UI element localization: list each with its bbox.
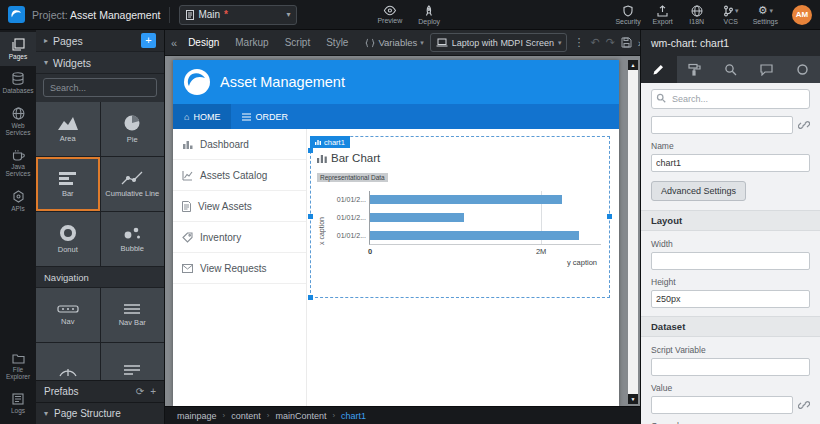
variables-dropdown[interactable]: Variables ▾: [365, 37, 423, 48]
rail-item-databases[interactable]: Databases: [0, 66, 36, 100]
rail-item-apis[interactable]: APIs: [0, 184, 36, 218]
save-button[interactable]: [621, 37, 632, 48]
add-prefab-icon[interactable]: +: [150, 386, 156, 397]
height-input[interactable]: [651, 290, 810, 308]
page-selector-dropdown[interactable]: Main * ▾: [179, 5, 297, 25]
tab-find[interactable]: [713, 56, 749, 83]
scroll-down-button[interactable]: ▼: [628, 394, 638, 404]
widget-tile-partial-right[interactable]: [101, 343, 165, 380]
menu-item-view-requests[interactable]: View Requests: [173, 253, 306, 284]
resize-handle[interactable]: [308, 148, 313, 153]
tab-security[interactable]: [784, 56, 820, 83]
value-input[interactable]: [651, 396, 793, 414]
rail-item-logs[interactable]: Logs: [0, 387, 36, 420]
menu-item-view-assets[interactable]: View Assets: [173, 191, 306, 222]
undo-button[interactable]: ↶: [590, 36, 599, 49]
deploy-label: Deploy: [418, 18, 440, 25]
security-button[interactable]: Security: [615, 4, 640, 25]
settings-button[interactable]: ⚙▾ Settings: [753, 4, 778, 25]
project-title: Project: Asset Management: [32, 9, 160, 21]
resize-handle[interactable]: [607, 214, 612, 219]
app-navbar: ⌂ HOME ORDER: [173, 104, 619, 129]
widgets-section-header[interactable]: ▾ Widgets: [36, 52, 164, 74]
link-icon[interactable]: [798, 119, 810, 131]
name-input[interactable]: [651, 154, 810, 172]
breadcrumb-item[interactable]: mainpage: [177, 411, 217, 421]
pages-icon: [12, 38, 25, 51]
refresh-icon[interactable]: ⟳: [136, 386, 144, 397]
selected-chart-widget[interactable]: chart1 Bar Chart Repres: [310, 136, 610, 298]
project-name: Asset Management: [70, 9, 160, 21]
ring-icon: [796, 63, 809, 76]
redo-button[interactable]: ↷: [606, 36, 615, 49]
menu-item-assets-catalog[interactable]: Assets Catalog: [173, 160, 306, 191]
properties-panel: wm-chart: chart1: [640, 30, 820, 424]
tab-design[interactable]: Design: [183, 37, 224, 48]
add-page-button[interactable]: +: [141, 33, 156, 48]
widget-tile-nav-bar[interactable]: Nav Bar: [101, 288, 165, 342]
tab-style[interactable]: Style: [321, 37, 353, 48]
property-search-input[interactable]: [651, 89, 810, 109]
chart-widgets-grid: Area Pie Bar Cumulative Line Donut: [36, 102, 164, 266]
prefabs-section-header[interactable]: Prefabs ⟳ +: [36, 380, 164, 402]
chevron-down-icon: ▾: [558, 39, 562, 47]
preview-button[interactable]: Preview: [377, 5, 402, 25]
menu-item-dashboard[interactable]: Dashboard: [173, 129, 306, 160]
resize-handle[interactable]: [308, 214, 313, 219]
advanced-settings-button[interactable]: Advanced Settings: [651, 181, 746, 201]
bind-expression-input[interactable]: [651, 116, 793, 134]
tab-markup[interactable]: Markup: [230, 37, 273, 48]
app-nav-order[interactable]: ORDER: [231, 104, 299, 129]
widget-tile-bubble[interactable]: Bubble: [101, 212, 165, 266]
unsaved-indicator: *: [224, 9, 228, 20]
app-nav-home[interactable]: ⌂ HOME: [173, 104, 231, 129]
folder-icon: [12, 353, 25, 364]
user-avatar[interactable]: AM: [792, 5, 812, 25]
canvas-scrollbar[interactable]: ▲ ▼: [628, 60, 638, 404]
link-icon[interactable]: [798, 399, 810, 411]
widget-search-input[interactable]: [43, 78, 157, 97]
chart-bar: [370, 213, 464, 222]
vcs-button[interactable]: ▾ VCS: [719, 4, 743, 25]
widgets-panel: ▸ Pages + ▾ Widgets Area Pie Bar: [36, 30, 165, 424]
widget-tile-partial-left[interactable]: [36, 343, 100, 380]
tab-script[interactable]: Script: [280, 37, 316, 48]
rail-item-file-explorer[interactable]: File Explorer: [0, 347, 36, 387]
rail-item-java-services[interactable]: Java Services: [0, 143, 36, 184]
collapse-left-panel-button[interactable]: «: [171, 37, 177, 49]
widget-tile-pie[interactable]: Pie: [101, 102, 165, 156]
deploy-button[interactable]: Deploy: [418, 5, 440, 25]
scroll-up-button[interactable]: ▲: [628, 60, 638, 70]
tab-styles[interactable]: [677, 56, 713, 83]
i18n-button[interactable]: I18N: [685, 4, 709, 25]
resize-handle[interactable]: [308, 295, 313, 300]
width-input[interactable]: [651, 252, 810, 270]
rail-item-pages[interactable]: Pages: [0, 32, 36, 66]
widget-tile-cumulative-line[interactable]: Cumulative Line: [101, 157, 165, 211]
chart-bar: [370, 195, 562, 204]
widgets-header-label: Widgets: [53, 57, 91, 69]
nav-widget-icon: [57, 304, 79, 314]
breadcrumb-item[interactable]: content: [231, 411, 261, 421]
tab-properties[interactable]: [641, 56, 677, 83]
bubble-chart-icon: [122, 225, 142, 241]
script-variable-input[interactable]: [651, 358, 810, 376]
device-preview-dropdown[interactable]: Laptop with MDPI Screen ▾: [430, 33, 568, 52]
menu-item-inventory[interactable]: Inventory: [173, 222, 306, 253]
studio-logo-icon[interactable]: [8, 6, 25, 23]
project-prefix: Project:: [32, 9, 68, 21]
widget-tile-nav[interactable]: Nav: [36, 288, 100, 342]
pages-section-header[interactable]: ▸ Pages +: [36, 30, 164, 52]
export-button[interactable]: Export: [651, 4, 675, 25]
widget-tile-donut[interactable]: Donut: [36, 212, 100, 266]
widget-tile-bar[interactable]: Bar: [36, 157, 100, 211]
breadcrumb-item[interactable]: mainContent: [275, 411, 326, 421]
widget-tile-area[interactable]: Area: [36, 102, 100, 156]
breadcrumb-item-current[interactable]: chart1: [341, 411, 366, 421]
rail-item-web-services[interactable]: Web Services: [0, 101, 36, 143]
page-structure-section-header[interactable]: ▾ Page Structure: [36, 402, 164, 424]
tab-events[interactable]: [748, 56, 784, 83]
height-field-label: Height: [651, 277, 810, 287]
more-options-icon[interactable]: ⋮: [573, 36, 584, 49]
widget-selection-tag[interactable]: chart1: [310, 136, 350, 148]
